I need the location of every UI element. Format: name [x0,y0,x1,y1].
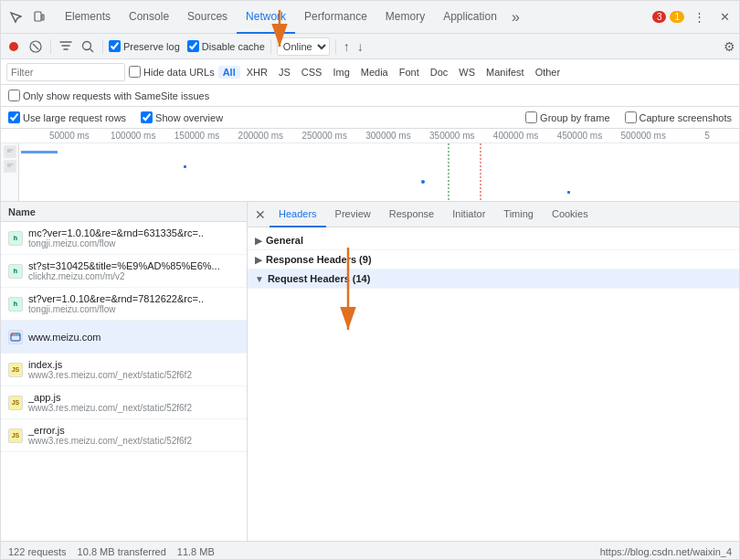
request-info-3: www.meizu.com [28,332,239,343]
preserve-log-checkbox[interactable]: Preserve log [109,40,180,52]
request-icon-5: JS [8,396,23,410]
warning-badge: 1 [670,11,684,23]
export-button[interactable]: ↓ [355,39,365,54]
section-request-headers[interactable]: ▼ Request Headers (14) [248,269,739,289]
request-name-6: _error.js [28,425,239,436]
toolbar-separator-2 [102,39,103,54]
request-name-5: _app.js [28,392,239,403]
ruler-mark-6: 350000 ms [420,131,484,141]
request-url-1: clickhz.meizu.com/m/v2 [28,271,239,281]
ruler-mark-7: 400000 ms [484,131,548,141]
request-row-6[interactable]: JS _error.js www3.res.meizu.com/_next/st… [1,419,247,452]
request-row-0[interactable]: h mc?ver=1.0.10&re=&rnd=631335&rc=.. ton… [1,222,247,255]
request-row-3[interactable]: www.meizu.com [1,321,247,354]
timeline-mini-icon-1 [4,145,16,158]
capture-screenshots-option[interactable]: Capture screenshots [625,111,733,123]
tab-more-button[interactable]: » [506,1,525,34]
request-row-2[interactable]: h st?ver=1.0.10&re=&rnd=7812622&rc=.. to… [1,288,247,321]
detail-tabs: ✕ Headers Preview Response Initiator Tim… [248,202,739,227]
filter-js[interactable]: JS [274,66,295,79]
filter-toggle-button[interactable] [57,37,75,56]
filter-ws[interactable]: WS [454,66,480,79]
section-general[interactable]: ▶ General [248,231,739,250]
tab-network[interactable]: Network [237,1,295,34]
ruler-mark-10: 5 [675,131,739,141]
group-by-frame-option[interactable]: Group by frame [525,111,609,123]
request-name-4: index.js [28,359,239,370]
request-row-4[interactable]: JS index.js www3.res.meizu.com/_next/sta… [1,354,247,386]
throttle-select[interactable]: Online [277,37,330,56]
filter-all[interactable]: All [218,66,240,79]
svg-rect-0 [35,12,41,21]
main-area: Name h mc?ver=1.0.10&re=&rnd=631335&rc=.… [1,202,739,541]
request-headers-chevron: ▼ [255,274,264,284]
clear-button[interactable] [26,37,45,56]
request-icon-0: h [8,231,23,246]
tab-right-icons: 3 1 ⋮ ✕ [652,6,735,28]
detail-close-button[interactable]: ✕ [251,202,270,227]
hide-data-urls-label[interactable]: Hide data URLs [129,66,215,78]
svg-rect-16 [567,191,570,194]
filter-other[interactable]: Other [531,66,566,79]
network-toolbar: Preserve log Disable cache Online ↑ ↓ ⚙ [1,34,739,59]
request-url-4: www3.res.meizu.com/_next/static/52f6f2 [28,370,239,380]
search-button[interactable] [79,37,97,56]
same-site-option[interactable]: Only show requests with SameSite issues [8,90,209,101]
timeline-mini-icon-2 [4,160,16,173]
tab-console[interactable]: Console [120,1,178,34]
detail-tab-initiator[interactable]: Initiator [443,202,494,227]
detail-tab-preview[interactable]: Preview [326,202,380,227]
toolbar-separator-1 [50,39,51,54]
filter-manifest[interactable]: Manifest [481,66,529,79]
request-row-1[interactable]: h st?st=310425&title=%E9%AD%85%E6%... cl… [1,255,247,288]
status-transferred: 10.8 MB transferred [78,546,166,557]
svg-rect-14 [184,165,186,168]
detail-tab-cookies[interactable]: Cookies [543,202,597,227]
toolbar-separator-3 [270,39,271,54]
svg-rect-13 [21,151,58,153]
response-headers-chevron: ▶ [255,255,262,265]
device-icon[interactable] [28,6,50,28]
svg-point-5 [83,41,91,49]
detail-tab-headers[interactable]: Headers [270,202,326,227]
svg-point-20 [12,333,13,334]
svg-point-2 [9,42,18,51]
record-button[interactable] [5,37,23,56]
tab-sources[interactable]: Sources [178,1,237,34]
detail-tab-timing[interactable]: Timing [494,202,543,227]
filter-xhr[interactable]: XHR [242,66,272,79]
options-row-2: Use large request rows Show overview Gro… [1,107,739,129]
import-button[interactable]: ↑ [342,39,352,54]
ruler-mark-5: 300000 ms [356,131,420,141]
timeline-content[interactable] [1,143,739,202]
settings-button[interactable]: ⚙ [724,39,735,54]
ruler-mark-1: 100000 ms [101,131,165,141]
section-response-headers[interactable]: ▶ Response Headers (9) [248,250,739,269]
tab-memory[interactable]: Memory [376,1,434,34]
request-info-5: _app.js www3.res.meizu.com/_next/static/… [28,392,239,413]
show-overview-option[interactable]: Show overview [141,111,223,123]
filter-doc[interactable]: Doc [426,66,453,79]
inspect-icon[interactable] [5,6,26,28]
request-row-5[interactable]: JS _app.js www3.res.meizu.com/_next/stat… [1,386,247,419]
timeline-ruler: 50000 ms 100000 ms 150000 ms 200000 ms 2… [1,129,739,143]
disable-cache-checkbox[interactable]: Disable cache [187,40,265,52]
filter-img[interactable]: Img [328,66,354,79]
filter-media[interactable]: Media [356,66,393,79]
options-row-1: Only show requests with SameSite issues [1,85,739,107]
tab-performance[interactable]: Performance [295,1,376,34]
filter-font[interactable]: Font [395,66,424,79]
timeline-left-panel [1,143,19,202]
tab-elements[interactable]: Elements [56,1,120,34]
more-options-icon[interactable]: ⋮ [688,6,710,28]
request-url-6: www3.res.meizu.com/_next/static/52f6f2 [28,436,239,446]
large-rows-option[interactable]: Use large request rows [8,111,126,123]
request-icon-4: JS [8,363,23,377]
tab-application[interactable]: Application [434,1,506,34]
request-list: Name h mc?ver=1.0.10&re=&rnd=631335&rc=.… [1,202,248,541]
detail-tab-response[interactable]: Response [380,202,444,227]
close-devtools-icon[interactable]: ✕ [714,6,735,28]
ruler-mark-8: 450000 ms [548,131,612,141]
filter-input[interactable] [6,63,125,81]
filter-css[interactable]: CSS [297,66,327,79]
